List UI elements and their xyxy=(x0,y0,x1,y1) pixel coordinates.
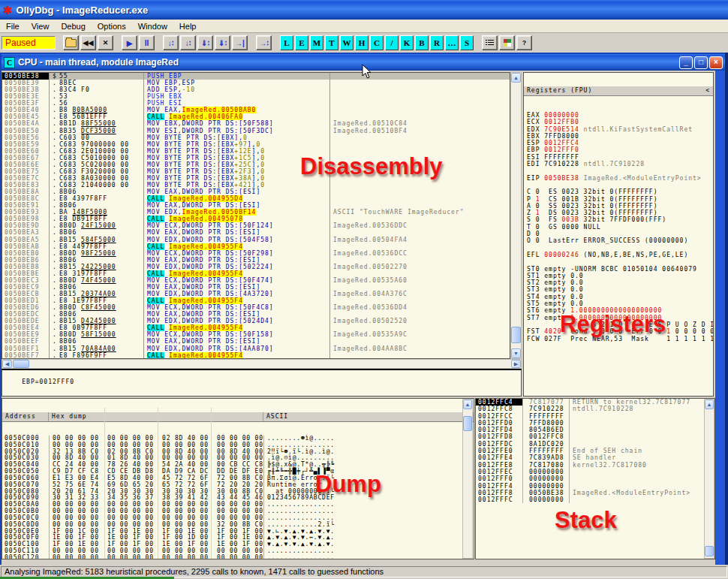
cpu-window-button[interactable]: C xyxy=(370,35,384,50)
register-line[interactable]: EFL 00000246 (NO,NB,E,BE,NS,PE,GE,LE) xyxy=(527,252,713,258)
info-pane[interactable]: EBP=0012FFF0 xyxy=(2,369,522,397)
stack-row[interactable]: 0012FFEC00000000 xyxy=(476,469,714,475)
disasm-row[interactable]: 0050BE83.C683 21040000 00MOV BYTE PTR DS… xyxy=(2,182,510,188)
execute-till-return-icon[interactable]: →| xyxy=(232,35,248,50)
handles-window-button[interactable]: H xyxy=(355,35,369,50)
disasm-row[interactable]: 0050BEF1.8B15 70A84A00MOV EDX,DWORD PTR … xyxy=(2,345,510,352)
close-program-icon[interactable]: ✕ xyxy=(98,35,113,50)
disasm-row[interactable]: 0050BE38$55PUSH EBP xyxy=(2,73,510,80)
executables-window-button[interactable]: E xyxy=(295,35,308,50)
disasm-row[interactable]: 0050BE59.C683 97000000 00MOV BYTE PTR DS… xyxy=(2,141,510,148)
animate-into-icon[interactable]: ⇓∶ xyxy=(197,35,213,50)
register-line[interactable]: EAX 00000000 xyxy=(527,112,713,119)
disasm-row[interactable]: 0050BEF7.E8 F896F9FFCALL ImageRed.004955… xyxy=(2,352,510,359)
stack-row[interactable]: 0012FFE47C839AD8SE handler xyxy=(476,454,714,461)
disasm-row[interactable]: 0050BED1.E8 1E97F8FFCALL ImageRed.004955… xyxy=(2,297,510,304)
disassembly-pane[interactable]: 0050BE38$55PUSH EBP0050BE39.8BECMOV EBP,… xyxy=(2,72,510,359)
animate-over-icon[interactable]: ⇓∶ xyxy=(215,35,230,50)
register-line[interactable]: Z 1 DS 0023 32bit 0(FFFFFFFF) xyxy=(527,210,713,216)
scroll-thumb[interactable] xyxy=(463,416,472,431)
menu-window[interactable]: Window xyxy=(132,21,173,32)
register-line[interactable]: ST0 empty -UNORM BCBC 01050104 00640079 xyxy=(527,266,713,273)
disasm-row[interactable]: 0050BE98.E8 DB91F8FFCALL ImageRed.004950… xyxy=(2,216,510,222)
menu-file[interactable]: File xyxy=(0,21,26,32)
register-line[interactable]: ST3 empty 0.0 xyxy=(527,286,713,293)
pause-icon[interactable]: II xyxy=(139,35,155,50)
disasm-row[interactable]: 0050BE93.BA 14BF5000MOV EDX,ImageRed.005… xyxy=(2,209,510,216)
stack-row[interactable]: 0012FFE87C817080kernel32.7C817080 xyxy=(476,462,714,469)
register-line[interactable]: EDI 7C910228 ntdll.7C910228 xyxy=(527,161,713,167)
scroll-right-icon[interactable]: ▶ xyxy=(511,360,521,368)
stack-pane[interactable]: 0012FFC47C817077RETURN to kernel32.7C817… xyxy=(475,398,715,559)
register-line[interactable]: D 0 xyxy=(527,231,713,237)
register-line[interactable]: A 0 SS 0023 32bit 0(FFFFFFFF) xyxy=(527,203,713,210)
disasm-row[interactable]: 0050BEC3.8B0D 74F45000MOV ECX,DWORD PTR … xyxy=(2,277,510,284)
disasm-row[interactable]: 0050BEE9.8B0D 58F15000MOV ECX,DWORD PTR … xyxy=(2,331,510,338)
go-to-address-icon[interactable]: →∶ xyxy=(256,35,272,50)
register-line[interactable]: P 1 CS 001B 32bit 0(FFFFFFFF) xyxy=(527,196,713,203)
disasm-row[interactable]: 0050BECB.8B15 20374A00MOV EDX,DWORD PTR … xyxy=(2,291,510,297)
collapse-icon[interactable]: < xyxy=(705,87,710,95)
threads-window-button[interactable]: T xyxy=(325,35,338,50)
disasm-row[interactable]: 0050BEAB.E8 4497F8FFCALL ImageRed.004955… xyxy=(2,243,510,250)
scroll-up-icon[interactable]: ▲ xyxy=(463,400,472,409)
register-line[interactable]: ECX 0012FFB0 xyxy=(527,119,713,125)
disasm-row[interactable]: 0050BE56.C603 00MOV BYTE PTR DS:[EBX],0 xyxy=(2,134,510,141)
run-trace-window-button[interactable]: … xyxy=(445,35,459,50)
disasm-row[interactable]: 0050BEA5.8B15 584F5000MOV EDX,DWORD PTR … xyxy=(2,237,510,243)
help-icon[interactable]: ? xyxy=(516,35,532,50)
register-line[interactable]: ST5 empty 0.0 xyxy=(527,300,713,307)
disasm-row[interactable]: 0050BE39.8BECMOV EBP,ESP xyxy=(2,80,510,86)
dump-row[interactable]: 0050C12000 00 00 00 00 00 00 00 00 00 00… xyxy=(2,555,474,559)
disasm-row[interactable]: 0050BEC9.8B06MOV EAX,DWORD PTR DS:[ESI] xyxy=(2,284,510,291)
disasm-row[interactable]: 0050BE40.B8 B0BA5000MOV EAX,ImageRed.005… xyxy=(2,107,510,113)
stack-row[interactable]: 0012FFDC8A1DC020 xyxy=(476,441,714,448)
register-line[interactable]: O 0 LastErr ERROR_SUCCESS (00000000) xyxy=(527,237,713,244)
disasm-row[interactable]: 0050BE9D.8B0D 24F15000MOV ECX,DWORD PTR … xyxy=(2,222,510,229)
stack-vscrollbar[interactable]: ▲ xyxy=(704,399,714,559)
disasm-row[interactable]: 0050BE3F.56PUSH ESI xyxy=(2,100,510,107)
disasm-row[interactable]: 0050BE50.8B35 DCF35000MOV ESI,DWORD PTR … xyxy=(2,128,510,134)
call-stack-window-button[interactable]: K xyxy=(400,35,414,50)
disassembly-vscrollbar[interactable]: ▲ ▼ xyxy=(510,72,522,359)
step-over-icon[interactable]: ↓∶ xyxy=(180,35,196,50)
disassembly-hscrollbar[interactable]: ◀ ▶ xyxy=(2,359,522,369)
register-line[interactable]: EBX 7FFD8000 xyxy=(527,133,713,140)
register-line[interactable]: EDX 7C90E514 ntdll.KiFastSystemCallRet xyxy=(527,126,713,133)
menu-debug[interactable]: Debug xyxy=(55,21,91,32)
register-line[interactable]: ST1 empty 0.0 xyxy=(527,273,713,279)
disasm-row[interactable]: 0050BED6.8B0D C8F45000MOV ECX,DWORD PTR … xyxy=(2,304,510,311)
register-line[interactable]: C 0 ES 0023 32bit 0(FFFFFFFF) xyxy=(527,188,713,195)
scroll-left-icon[interactable]: ◀ xyxy=(2,360,12,368)
restore-button[interactable]: □ xyxy=(694,56,708,69)
windows-window-button[interactable]: W xyxy=(340,35,353,50)
disasm-row[interactable]: 0050BEB6.8B06MOV EAX,DWORD PTR DS:[ESI] xyxy=(2,257,510,264)
scroll-up-icon[interactable]: ▲ xyxy=(511,73,521,83)
registers-header[interactable]: Registers (FPU) < xyxy=(524,86,713,96)
register-line[interactable]: ESP 0012FFC4 xyxy=(527,140,713,146)
stack-row[interactable]: 0012FFE0FFFFFFFFEnd of SEH chain xyxy=(476,448,714,454)
register-line[interactable]: S 0 FS 003B 32bit 7FFDF000(FFF) xyxy=(527,216,713,223)
open-file-icon[interactable] xyxy=(63,35,79,50)
register-line[interactable]: EIP 0050BE38 ImageRed.<ModuleEntryPoint> xyxy=(527,175,713,182)
memory-window-button[interactable]: M xyxy=(310,35,323,50)
register-line[interactable]: EBP 0012FFF0 xyxy=(527,146,713,153)
disasm-row[interactable]: 0050BEA3.8B06MOV EAX,DWORD PTR DS:[ESI] xyxy=(2,229,510,236)
registers-pane[interactable]: Registers (FPU) < EAX 00000000ECX 0012FF… xyxy=(523,72,714,397)
register-line[interactable]: T 0 GS 0000 NULL xyxy=(527,224,713,231)
stack-row[interactable]: 0012FFD07FFD8000 xyxy=(476,420,714,427)
dump-pane[interactable]: Address Hex dump ASCII 0050C00000 00 00 … xyxy=(2,398,474,559)
stack-row[interactable]: 0012FFF400000000 xyxy=(476,483,714,490)
disasm-row[interactable]: 0050BEDC.8B06MOV EAX,DWORD PTR DS:[ESI] xyxy=(2,311,510,318)
disasm-row[interactable]: 0050BE4A.8B1D 88F55000MOV EBX,DWORD PTR … xyxy=(2,120,510,127)
minimize-button[interactable]: _ xyxy=(679,56,693,69)
disasm-row[interactable]: 0050BEB8.8B15 24225000MOV EDX,DWORD PTR … xyxy=(2,264,510,270)
disasm-row[interactable]: 0050BEB0.8B0D 98F25000MOV ECX,DWORD PTR … xyxy=(2,250,510,257)
scroll-thumb[interactable] xyxy=(705,546,714,556)
close-button[interactable]: × xyxy=(709,56,723,69)
stack-row[interactable]: 0012FFD48054B6ED xyxy=(476,427,714,433)
disasm-row[interactable]: 0050BEEF.8B06MOV EAX,DWORD PTR DS:[ESI] xyxy=(2,338,510,345)
stack-row[interactable]: 0012FFF000000000 xyxy=(476,475,714,482)
appearance-icon[interactable] xyxy=(499,35,515,50)
register-line[interactable] xyxy=(527,245,713,252)
